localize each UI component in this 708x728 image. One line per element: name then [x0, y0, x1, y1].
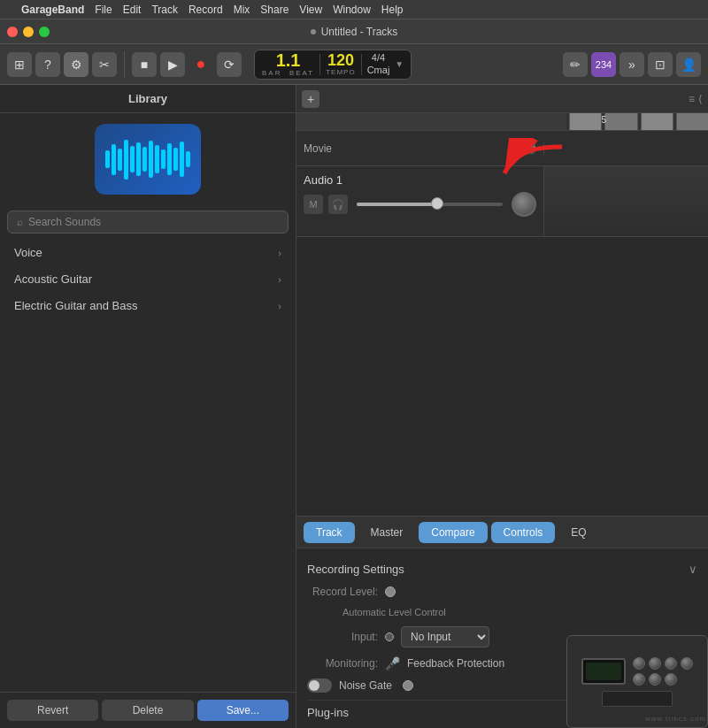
traffic-lights [7, 27, 50, 37]
library-panel: Library [0, 85, 296, 728]
amp-knob-6[interactable] [649, 673, 661, 686]
track-collapse-button[interactable]: ⟨ [698, 93, 703, 105]
close-button[interactable] [7, 27, 18, 37]
amp-knob-1[interactable] [633, 657, 645, 670]
menu-share[interactable]: Share [260, 4, 289, 16]
menu-view[interactable]: View [299, 4, 322, 16]
lcd-toggle-button[interactable]: ⊞ [7, 52, 32, 77]
menu-record[interactable]: Record [189, 4, 223, 16]
count-button[interactable]: 234 [591, 52, 616, 77]
record-level-label: Record Level: [307, 586, 378, 598]
tab-compare[interactable]: Compare [419, 522, 487, 543]
record-level-knob[interactable] [385, 586, 396, 597]
movie-track-label: Movie 🎬 [296, 142, 544, 155]
library-item-acoustic[interactable]: Acoustic Guitar › [4, 266, 292, 292]
amp-knob-4[interactable] [681, 657, 693, 670]
amp-meter [586, 663, 621, 680]
input-select[interactable]: No Input [401, 626, 489, 648]
display-button[interactable]: ⊡ [648, 52, 673, 77]
menu-help[interactable]: Help [381, 4, 404, 16]
record-button[interactable]: ● [189, 52, 213, 77]
library-item-electric[interactable]: Electric Guitar and Bass › [4, 293, 292, 318]
recording-settings-header[interactable]: Recording Settings ∨ [307, 557, 697, 581]
wbar [180, 142, 184, 177]
save-button[interactable]: Save... [197, 700, 289, 721]
help-button[interactable]: ? [35, 52, 60, 77]
toolbar-right: ✏ 234 » ⊡ 👤 [563, 52, 701, 77]
wbar [112, 144, 116, 175]
chevron-right-icon: › [278, 274, 281, 285]
menu-file[interactable]: File [95, 4, 112, 16]
search-bar: ⌕ [7, 211, 289, 234]
library-list: Voice › Acoustic Guitar › Electric Guita… [0, 239, 296, 692]
pan-knob[interactable] [512, 192, 536, 217]
right-panel: + ≡ ⟨ 5 Movie 🎬 [296, 85, 708, 728]
headphone-button[interactable]: 🎧 [328, 195, 348, 214]
wbar [186, 151, 190, 167]
chevron-right-icon: › [278, 301, 281, 311]
wbar [105, 150, 110, 168]
mute-button[interactable]: M [304, 195, 323, 214]
settings-button[interactable]: ⚙ [64, 52, 88, 77]
noise-gate-toggle[interactable] [307, 678, 332, 693]
amp-controls [633, 657, 693, 686]
amp-knob-3[interactable] [665, 657, 677, 670]
noise-gate-knob [309, 680, 319, 691]
menu-edit[interactable]: Edit [123, 4, 142, 16]
add-track-button[interactable]: + [302, 90, 319, 108]
pencil-button[interactable]: ✏ [563, 52, 588, 77]
window-title: Untitled - Tracks [311, 26, 398, 38]
wbar [130, 146, 135, 172]
delete-button[interactable]: Delete [102, 700, 193, 721]
position-labels: BAR BEAT [262, 69, 314, 77]
stop-button[interactable]: ■ [132, 52, 157, 77]
tempo-label: TEMPO [326, 68, 355, 76]
wbar [173, 148, 178, 171]
amp-speaker [602, 691, 673, 707]
play-button[interactable]: ▶ [160, 52, 185, 77]
amp-knob-5[interactable] [633, 673, 645, 686]
library-header: Library [0, 85, 296, 113]
tab-controls[interactable]: Controls [491, 522, 556, 543]
movie-track-name: Movie [304, 142, 332, 155]
user-button[interactable]: 👤 [676, 52, 701, 77]
minimize-button[interactable] [23, 27, 34, 37]
tab-track[interactable]: Track [304, 522, 355, 543]
film-frame [605, 113, 636, 130]
library-item-voice[interactable]: Voice › [4, 240, 292, 265]
wbar [155, 145, 159, 173]
cut-button[interactable]: ✂ [92, 52, 117, 77]
transport-display[interactable]: 1.1 BAR BEAT 120 TEMPO 4/4 Cmaj ▼ [254, 50, 412, 80]
amp-knob-2[interactable] [649, 657, 661, 670]
tempo-value: 120 [327, 52, 354, 68]
film-frame [566, 113, 569, 130]
film-strip-top: 5 [296, 113, 708, 131]
revert-button[interactable]: Revert [7, 700, 98, 721]
volume-slider[interactable] [357, 203, 503, 206]
noise-gate-level [403, 680, 413, 691]
menu-mix[interactable]: Mix [234, 4, 250, 16]
tab-eq[interactable]: EQ [558, 522, 598, 543]
menu-track[interactable]: Track [151, 4, 178, 16]
main-area: Library [0, 85, 708, 728]
input-circle-icon [385, 632, 394, 641]
fullscreen-button[interactable] [39, 27, 50, 37]
input-label: Input: [307, 631, 378, 643]
wbar [161, 149, 165, 169]
volume-slider-container[interactable] [353, 203, 506, 206]
film-frame [677, 113, 708, 130]
film-frame [673, 113, 676, 130]
tab-master[interactable]: Master [358, 522, 416, 543]
time-sig-arrow[interactable]: ▼ [395, 59, 404, 69]
plugins-label: Plug-ins [307, 706, 349, 719]
time-signature[interactable]: 4/4 Cmaj [367, 52, 390, 75]
monitoring-icon: 🎤 [385, 656, 400, 671]
track-list-toggle[interactable]: ≡ [689, 93, 695, 105]
amp-knob-7[interactable] [665, 673, 677, 686]
library-icon [95, 124, 201, 195]
library-icon-area [0, 113, 296, 205]
more-button[interactable]: » [620, 52, 644, 77]
menu-window[interactable]: Window [333, 4, 371, 16]
search-input[interactable] [28, 216, 279, 228]
loop-button[interactable]: ⟳ [217, 52, 242, 77]
